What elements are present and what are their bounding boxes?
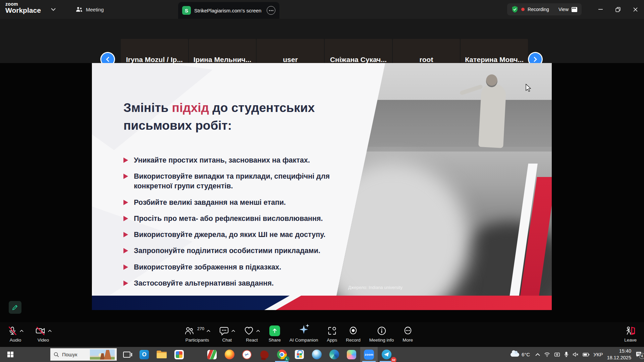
meeting-toolbar: Audio Video 270 Participants Chat <box>0 322 644 347</box>
video-button[interactable]: Video <box>35 322 52 347</box>
list-item: Уникайте простих питань, заснованих на ф… <box>123 156 352 165</box>
speaker-muted-icon[interactable] <box>573 352 579 357</box>
bullet-triangle-icon <box>123 158 128 163</box>
taskbar-item-app[interactable] <box>203 347 221 362</box>
participants-count-badge: 270 <box>197 326 204 331</box>
close-button[interactable] <box>627 0 644 19</box>
apps-button[interactable]: Apps <box>322 322 341 347</box>
zoom-workplace-logo[interactable]: zoom Workplace <box>5 2 41 14</box>
audio-button[interactable]: Audio <box>7 322 23 347</box>
taskbar-item-telegram[interactable]: 32 <box>378 347 395 362</box>
tray-date: 18.12.2025 <box>607 355 631 361</box>
search-input[interactable]: Пошук <box>50 348 117 361</box>
shared-screen-app-icon: S <box>182 6 191 15</box>
mouse-cursor <box>525 84 533 92</box>
brand-workplace: Workplace <box>5 7 41 14</box>
security-shield-icon[interactable] <box>512 6 518 13</box>
weather-temp: 6°C <box>522 352 530 357</box>
red-green-app-icon <box>207 350 217 359</box>
list-item: Використовуйте джерела, до яких ШІ не ма… <box>123 230 352 240</box>
ai-companion-button[interactable]: AI Companion <box>285 322 323 347</box>
recording-indicator[interactable]: Recording View <box>507 3 582 15</box>
taskbar-item-store[interactable] <box>290 347 308 362</box>
chevron-up-icon[interactable] <box>231 329 235 332</box>
view-menu-label[interactable]: View <box>558 7 569 12</box>
ai-sparkle-icon <box>300 325 308 334</box>
participant-name: root <box>393 56 460 64</box>
apps-icon <box>327 326 337 336</box>
taskbar-item-app2[interactable] <box>256 347 273 362</box>
taskbar-item-snipping[interactable]: ✂ <box>238 347 256 362</box>
slide-title: Змініть підхід до студентських письмових… <box>123 99 378 134</box>
bullet-triangle-icon <box>123 216 128 221</box>
battery-icon[interactable] <box>583 353 589 357</box>
clock-widget[interactable]: 15:40 18.12.2025 <box>607 348 631 361</box>
chat-button[interactable]: Chat <box>215 322 239 347</box>
bullet-triangle-icon <box>123 232 128 237</box>
notification-count-badge: 4 <box>639 353 644 359</box>
taskbar-item-zoom[interactable]: zoom <box>360 347 378 362</box>
search-highlight-image[interactable] <box>90 349 115 360</box>
copilot-icon <box>347 350 356 359</box>
start-button[interactable] <box>0 347 21 362</box>
annotation-tool-button[interactable] <box>9 301 21 314</box>
shared-screen-area: Джерело: Indiana university Змініть підх… <box>0 63 644 347</box>
participant-name: Ірина Мельнич... <box>189 56 256 64</box>
recording-label: Recording <box>528 7 549 12</box>
task-view-button[interactable] <box>118 347 136 362</box>
people-icon <box>76 6 83 12</box>
zoom-app-icon: zoom <box>364 350 374 360</box>
taskbar-item-copilot[interactable] <box>343 347 360 362</box>
red-creature-app-icon <box>260 350 269 359</box>
telegram-unread-badge: 32 <box>391 357 396 362</box>
taskbar-item-file-explorer[interactable] <box>153 347 170 362</box>
record-icon <box>348 326 358 336</box>
bullet-triangle-icon <box>123 281 128 286</box>
participants-icon <box>184 326 194 336</box>
chevron-up-icon[interactable] <box>20 329 23 332</box>
notification-center-button[interactable]: 4 <box>635 351 642 358</box>
mic-tray-icon[interactable] <box>564 352 569 357</box>
taskbar-item-firefox[interactable] <box>221 347 238 362</box>
taskbar-item-globe[interactable] <box>308 347 325 362</box>
react-button[interactable]: React <box>239 322 264 347</box>
microsoft-store-icon <box>295 350 304 359</box>
chevron-up-icon[interactable] <box>207 329 210 332</box>
tab-meeting[interactable]: Meeting <box>71 0 108 19</box>
window-titlebar: zoom Workplace Meeting S StrikePlagiaris… <box>0 0 644 19</box>
participants-button[interactable]: 270 Participants <box>180 322 215 347</box>
taskbar-item-chrome[interactable]: L <box>273 347 290 362</box>
meeting-info-button[interactable]: Meeting info <box>365 322 398 347</box>
chevron-up-icon[interactable] <box>48 329 52 332</box>
chevron-up-icon[interactable] <box>256 329 260 332</box>
snipping-tool-icon: ✂ <box>241 349 253 361</box>
bullet-triangle-icon <box>123 264 128 270</box>
tab-meeting-label: Meeting <box>86 7 104 12</box>
list-item: Запропонуйте поділитися особистими прикл… <box>123 246 352 256</box>
share-button[interactable]: Share <box>264 322 285 347</box>
leave-button[interactable]: Leave <box>624 322 637 347</box>
tray-expand-icon[interactable] <box>535 353 540 356</box>
view-layout-icon[interactable] <box>572 7 577 12</box>
tab-options-icon[interactable] <box>267 6 275 15</box>
ai-sparkle-small-icon <box>306 324 309 327</box>
participant-name: Iryna Mozul / Ір... <box>121 56 188 64</box>
restore-button[interactable] <box>609 0 627 19</box>
bullet-triangle-icon <box>123 174 128 179</box>
language-indicator[interactable]: УКР <box>593 352 603 357</box>
tab-shared-screen[interactable]: S StrikePlagiarism.com's screen <box>178 2 279 19</box>
list-item: Використовуйте випадки та приклади, спец… <box>123 172 352 191</box>
taskbar-item-outlook[interactable]: O <box>136 347 153 362</box>
taskbar-item-office[interactable] <box>170 347 188 362</box>
chevron-down-icon[interactable] <box>51 8 56 11</box>
slide-title-highlight: підхід <box>172 101 209 115</box>
more-button[interactable]: More <box>398 322 417 347</box>
bullet-triangle-icon <box>123 248 128 253</box>
minimize-button[interactable] <box>592 0 609 19</box>
wifi-icon[interactable] <box>544 352 550 357</box>
taskbar-item-edge[interactable] <box>325 347 343 362</box>
screen-share-tray-icon[interactable] <box>554 352 560 357</box>
windows-logo-icon <box>7 352 13 358</box>
record-button[interactable]: Record <box>341 322 365 347</box>
weather-widget[interactable]: 6°C <box>511 352 530 357</box>
